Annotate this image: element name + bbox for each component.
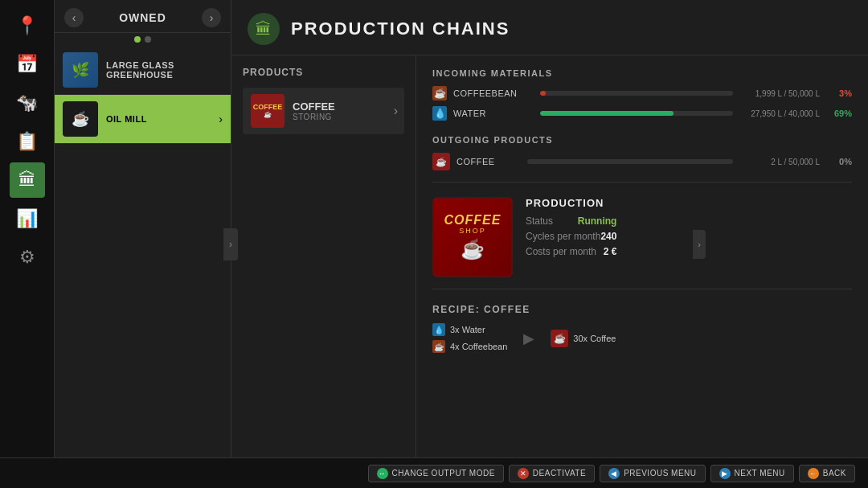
deactivate-btn[interactable]: ✕ DEACTIVATE [509, 465, 595, 482]
owned-item-oilmill-arrow: › [219, 113, 223, 125]
page-header-icon: 🏛 [248, 13, 280, 45]
owned-dot-1 [134, 36, 141, 43]
previous-menu-icon: ◀ [608, 468, 620, 479]
coffee-shop-subtitle: SHOP [459, 227, 486, 235]
status-label: Status [526, 215, 553, 227]
outgoing-title: OUTGOING PRODUCTS [432, 135, 852, 145]
sidebar-item-calendar[interactable]: 📅 [10, 47, 45, 82]
deactivate-label: DEACTIVATE [533, 469, 586, 478]
owned-prev-btn[interactable]: ‹ [64, 8, 84, 27]
recipe-item-water: 💧 3x Water [432, 323, 507, 336]
sidebar-item-animals[interactable]: 🐄 [10, 85, 45, 121]
owned-header: ‹ OWNED › [55, 0, 231, 33]
owned-title: OWNED [119, 11, 166, 24]
coffee-shop-sign: COFFEE SHOP ☕ [434, 199, 511, 276]
change-output-mode-label: CHANGE OUTPUT MODE [392, 469, 495, 478]
sidebar-item-map[interactable]: 📍 [10, 8, 45, 43]
mid-collapse-btn[interactable]: › [693, 230, 706, 259]
cycles-label: Cycles per month [526, 231, 600, 242]
incoming-title: INCOMING MATERIALS [432, 68, 852, 78]
previous-menu-btn[interactable]: ◀ PREVIOUS MENU [600, 465, 705, 482]
coffeebean-bar [540, 91, 546, 96]
recipe-water-icon: 💧 [432, 323, 445, 336]
sidebar-item-buildings[interactable]: 🏛 [10, 162, 45, 198]
outgoing-coffee-pct: 0% [826, 157, 852, 166]
coffee-cup-image: ☕ [461, 238, 485, 260]
outgoing-coffee-amount: 2 L / 50,000 L [739, 158, 820, 166]
coffeebean-bar-container [540, 91, 733, 96]
owned-dots [55, 33, 231, 46]
sidebar-item-contracts[interactable]: 📋 [10, 124, 45, 159]
recipe-water-qty: 3x Water [450, 325, 485, 334]
outgoing-coffee-bar-container [527, 159, 733, 164]
incoming-materials-section: INCOMING MATERIALS ☕ COFFEEBEAN 1,999 L … [432, 68, 852, 121]
production-image: COFFEE SHOP ☕ [432, 197, 513, 277]
deactivate-icon: ✕ [518, 468, 529, 479]
recipe-row: 💧 3x Water ☕ 4x Coffeebean ▶ ☕ 30x Coffe… [432, 323, 852, 353]
change-output-mode-btn[interactable]: ↔ CHANGE OUTPUT MODE [368, 465, 504, 482]
info-panel: INCOMING MATERIALS ☕ COFFEEBEAN 1,999 L … [416, 55, 868, 458]
stat-row-cycles: Cycles per month 240 [526, 231, 616, 242]
product-coffee-sub: STORING [293, 113, 335, 121]
costs-value: 2 € [604, 246, 617, 257]
stat-row-costs: Costs per month 2 € [526, 246, 616, 257]
change-output-mode-icon: ↔ [377, 468, 388, 479]
water-bar-container [540, 111, 733, 116]
owned-dot-2 [145, 36, 151, 43]
sidebar-item-stats[interactable]: 📊 [10, 201, 45, 236]
recipe-output-qty: 30x Coffee [573, 334, 616, 343]
recipe-title: RECIPE: COFFEE [432, 304, 852, 315]
status-value: Running [578, 215, 617, 227]
product-coffee-arrow: › [394, 104, 398, 118]
next-menu-label: NEXT MENU [735, 469, 785, 478]
sidebar-item-settings[interactable]: ⚙ [10, 240, 45, 275]
coffeebean-amount: 1,999 L / 50,000 L [739, 89, 820, 98]
production-stats: PRODUCTION Status Running Cycles per mon… [526, 197, 616, 277]
owned-item-oilmill[interactable]: OIL MILL › [55, 95, 231, 144]
material-row-water: 💧 WATER 27,950 L / 40,000 L 69% [432, 106, 852, 121]
outgoing-coffee-icon: ☕ [432, 153, 450, 170]
owned-item-greenhouse[interactable]: LARGE GLASS GREENHOUSE [55, 46, 231, 95]
product-coffee-icon: COFFEE☕ [251, 94, 285, 128]
back-label: BACK [823, 469, 846, 478]
recipe-output-icon: ☕ [551, 330, 568, 347]
production-stats-title: PRODUCTION [526, 197, 616, 209]
products-panel: PRODUCTS COFFEE☕ COFFEE STORING › [231, 55, 416, 458]
recipe-coffeebean-qty: 4x Coffeebean [450, 342, 507, 351]
product-coffee-name: COFFEE [293, 100, 335, 113]
owned-item-oilmill-label: OIL MILL [106, 114, 147, 124]
product-coffee-item[interactable]: COFFEE☕ COFFEE STORING › [243, 88, 404, 134]
back-btn[interactable]: ← BACK [799, 465, 855, 482]
water-amount: 27,950 L / 40,000 L [739, 109, 820, 118]
coffeebean-icon: ☕ [432, 86, 447, 100]
products-section-title: PRODUCTS [243, 67, 404, 78]
collapse-owned-btn[interactable]: › [223, 228, 238, 260]
outgoing-coffee-name: COFFEE [457, 157, 521, 166]
product-coffee-text: COFFEE STORING [293, 100, 335, 121]
greenhouse-icon [63, 52, 98, 88]
water-label: WATER [453, 109, 534, 118]
next-menu-icon: ▶ [719, 468, 731, 479]
recipe-arrow-icon: ▶ [523, 330, 534, 347]
owned-next-btn[interactable]: › [202, 8, 221, 27]
costs-label: Costs per month [526, 246, 596, 257]
water-icon: 💧 [432, 106, 447, 121]
oilmill-icon [63, 101, 98, 137]
bottom-bar: ↔ CHANGE OUTPUT MODE ✕ DEACTIVATE ◀ PREV… [0, 457, 868, 488]
recipe-output: ☕ 30x Coffee [551, 330, 616, 347]
sidebar: 📍 📅 🐄 📋 🏛 📊 ⚙ [0, 0, 55, 488]
recipe-item-coffeebean: ☕ 4x Coffeebean [432, 340, 507, 353]
stat-row-status: Status Running [526, 215, 616, 227]
owned-item-greenhouse-label: LARGE GLASS GREENHOUSE [106, 60, 223, 80]
recipe-section: RECIPE: COFFEE 💧 3x Water ☕ 4x Coffeebea… [432, 304, 852, 353]
outgoing-products-section: OUTGOING PRODUCTS ☕ COFFEE 2 L / 50,000 … [432, 135, 852, 182]
page-title: PRODUCTION CHAINS [291, 18, 510, 39]
back-icon: ← [808, 468, 819, 479]
coffeebean-pct: 3% [826, 88, 852, 98]
water-bar [540, 111, 674, 116]
water-pct: 69% [826, 109, 852, 118]
outgoing-row-coffee: ☕ COFFEE 2 L / 50,000 L 0% [432, 153, 852, 170]
material-row-coffeebean: ☕ COFFEEBEAN 1,999 L / 50,000 L 3% [432, 86, 852, 100]
owned-panel: ‹ OWNED › LARGE GLASS GREENHOUSE OIL MIL… [55, 0, 231, 488]
next-menu-btn[interactable]: ▶ NEXT MENU [710, 465, 794, 482]
